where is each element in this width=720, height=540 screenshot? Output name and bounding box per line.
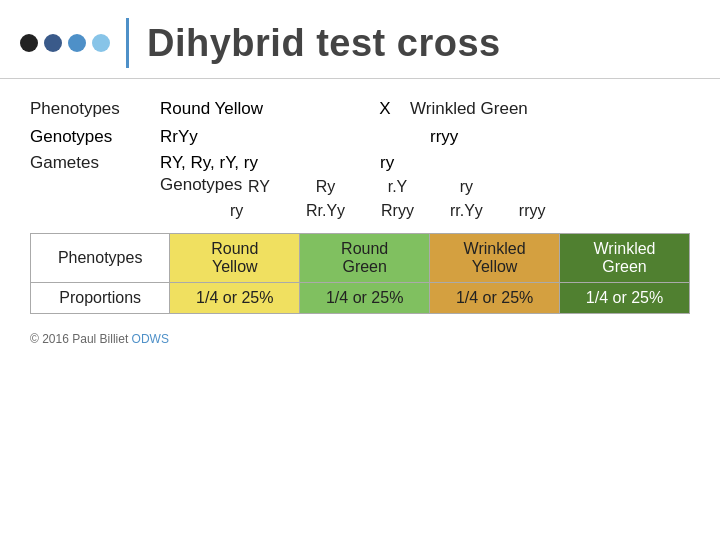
val-rryy1: Rr.Yy bbox=[288, 199, 363, 223]
col-wrinkled-green: WrinkledGreen bbox=[560, 234, 690, 283]
footer-text: © 2016 Paul Billiet bbox=[30, 332, 132, 346]
gametes-genotypes-table: RY Ry r.Y ry ry Rr.Yy Rryy rr.Yy rryy bbox=[230, 175, 564, 223]
dot-2 bbox=[44, 34, 62, 52]
col-round-yellow: RoundYellow bbox=[170, 234, 300, 283]
gametes-label: Gametes bbox=[30, 153, 160, 173]
footer: © 2016 Paul Billiet ODWS bbox=[0, 324, 720, 354]
phenotype-left: Round Yellow bbox=[160, 99, 360, 119]
row-label-ry: ry bbox=[230, 199, 288, 223]
genotype-right: rryy bbox=[430, 127, 458, 147]
gametes-right-value: ry bbox=[380, 153, 394, 173]
prop-wrinkled-green: 1/4 or 25% bbox=[560, 283, 690, 314]
bottom-table-proportions-row: Proportions 1/4 or 25% 1/4 or 25% 1/4 or… bbox=[31, 283, 690, 314]
gametes-section: Gametes RY, Ry, rY, ry ry Genotypes RY R… bbox=[30, 153, 690, 223]
genotypes-label: Genotypes bbox=[30, 127, 160, 147]
genotypes-row: Genotypes RrYy rryy bbox=[30, 127, 690, 147]
prop-round-yellow: 1/4 or 25% bbox=[170, 283, 300, 314]
phenotype-right: Wrinkled Green bbox=[410, 99, 528, 119]
bottom-table: Phenotypes RoundYellow RoundGreen Wrinkl… bbox=[30, 233, 690, 314]
col-ry: RY bbox=[230, 175, 288, 199]
prop-wrinkled-yellow: 1/4 or 25% bbox=[430, 283, 560, 314]
col-ry3: r.Y bbox=[363, 175, 432, 199]
footer-link[interactable]: ODWS bbox=[132, 332, 169, 346]
page-title: Dihybrid test cross bbox=[147, 22, 501, 65]
dot-1 bbox=[20, 34, 38, 52]
header-divider bbox=[126, 18, 129, 68]
phenotypes-label: Phenotypes bbox=[30, 99, 160, 119]
phenotype-cross: X bbox=[360, 99, 410, 119]
col-ry2: Ry bbox=[288, 175, 363, 199]
bottom-table-header-row: Phenotypes RoundYellow RoundGreen Wrinkl… bbox=[31, 234, 690, 283]
genotype-left: RrYy bbox=[160, 127, 430, 147]
bottom-label-proportions: Proportions bbox=[31, 283, 170, 314]
gametes-left-values: RY, Ry, rY, ry bbox=[160, 153, 380, 173]
dot-4 bbox=[92, 34, 110, 52]
dot-3 bbox=[68, 34, 86, 52]
phenotypes-row: Phenotypes Round Yellow X Wrinkled Green bbox=[30, 99, 690, 119]
gametes-top-row: RY, Ry, rY, ry ry bbox=[160, 153, 690, 173]
col-wrinkled-yellow: WrinkledYellow bbox=[430, 234, 560, 283]
gametes-content: RY, Ry, rY, ry ry Genotypes RY Ry r.Y ry… bbox=[160, 153, 690, 223]
val-rryy4: rryy bbox=[501, 199, 564, 223]
gametes-cols-row: RY Ry r.Y ry bbox=[230, 175, 564, 199]
decorative-dots bbox=[20, 34, 110, 52]
val-rryy3: rr.Yy bbox=[432, 199, 501, 223]
gametes-values-row: ry Rr.Yy Rryy rr.Yy rryy bbox=[230, 199, 564, 223]
col-ry4: ry bbox=[432, 175, 501, 199]
prop-round-green: 1/4 or 25% bbox=[300, 283, 430, 314]
page-header: Dihybrid test cross bbox=[0, 0, 720, 79]
bottom-label-phenotypes: Phenotypes bbox=[31, 234, 170, 283]
gametes-genotypes-label: Genotypes bbox=[160, 175, 230, 195]
col-round-green: RoundGreen bbox=[300, 234, 430, 283]
main-content: Phenotypes Round Yellow X Wrinkled Green… bbox=[0, 89, 720, 324]
val-rryy2: Rryy bbox=[363, 199, 432, 223]
